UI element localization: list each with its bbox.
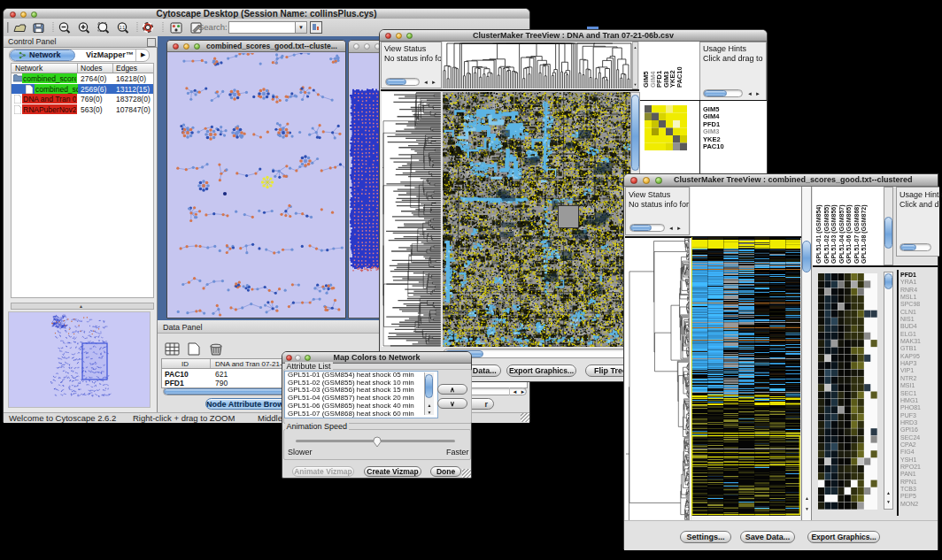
svg-text:1:1: 1:1 [120, 26, 126, 30]
